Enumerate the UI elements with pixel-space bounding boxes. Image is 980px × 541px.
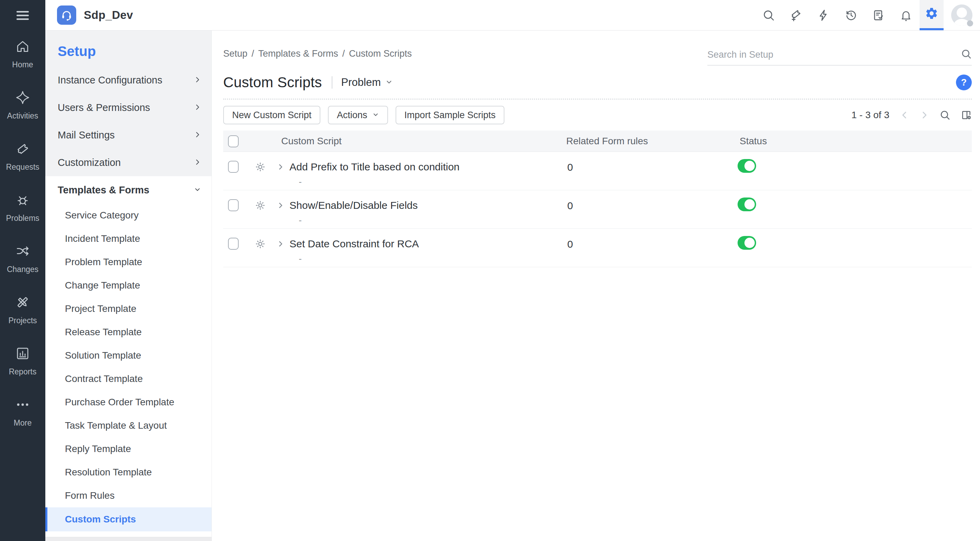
- rail-item-more[interactable]: More: [14, 397, 32, 428]
- sidebar-scrollbar-track[interactable]: [45, 537, 212, 541]
- title-divider: [332, 76, 332, 89]
- sidebar-item-project-template[interactable]: Project Template: [45, 297, 212, 320]
- next-page-icon[interactable]: [920, 110, 929, 120]
- sidebar-item-reply-template[interactable]: Reply Template: [45, 437, 212, 461]
- sidebar-item-form-rules[interactable]: Form Rules: [45, 484, 212, 508]
- settings-gear-icon: [925, 6, 939, 22]
- rail-item-label: Projects: [8, 316, 37, 325]
- row-expand-chevron-icon[interactable]: [277, 240, 284, 248]
- search-icon[interactable]: [961, 48, 972, 61]
- script-description: -: [299, 253, 302, 264]
- script-name[interactable]: Show/Enable/Disable Fields: [290, 200, 418, 211]
- row-expand-chevron-icon[interactable]: [277, 163, 284, 171]
- setup-tab-active[interactable]: [920, 0, 943, 30]
- templates-forms-children: Service Category Incident Template Probl…: [45, 204, 212, 531]
- activities-icon: [15, 90, 30, 107]
- sidebar-item-incident-template[interactable]: Incident Template: [45, 227, 212, 250]
- rail-item-label: Activities: [7, 111, 38, 121]
- row-expand-chevron-icon[interactable]: [277, 202, 284, 209]
- sidebar-item-solution-template[interactable]: Solution Template: [45, 344, 212, 367]
- button-label: Import Sample Scripts: [404, 110, 496, 121]
- row-checkbox[interactable]: [228, 161, 239, 173]
- notifications-icon[interactable]: [892, 9, 920, 22]
- hamburger-menu-icon[interactable]: [0, 0, 45, 30]
- breadcrumb-setup[interactable]: Setup: [223, 48, 248, 59]
- column-settings-icon[interactable]: [961, 110, 972, 121]
- chevron-down-icon: [194, 185, 201, 196]
- user-menu[interactable]: [943, 5, 980, 26]
- chevron-right-icon: [194, 102, 201, 113]
- rail-item-home[interactable]: Home: [12, 39, 33, 69]
- changes-icon: [15, 243, 30, 261]
- select-all-checkbox[interactable]: [228, 135, 239, 147]
- reports-icon: [15, 346, 30, 363]
- module-filter-dropdown[interactable]: Problem: [341, 76, 393, 89]
- sidebar-item-resolution-template[interactable]: Resolution Template: [45, 461, 212, 484]
- sidebar-item-task-template-layout[interactable]: Task Template & Layout: [45, 414, 212, 437]
- rail-item-problems[interactable]: Problems: [6, 193, 39, 223]
- rail-item-requests[interactable]: Requests: [6, 141, 39, 172]
- actions-button[interactable]: Actions: [328, 106, 388, 124]
- breadcrumb: Setup / Templates & Forms / Custom Scrip…: [223, 48, 412, 59]
- sidebar-item-label: Mail Settings: [58, 129, 115, 141]
- script-description: -: [299, 215, 302, 226]
- section-divider: [223, 99, 972, 100]
- sidebar-item-customization[interactable]: Customization: [45, 149, 212, 176]
- pagination-range: 1 - 3 of 3: [851, 110, 889, 121]
- row-gear-icon[interactable]: [255, 200, 266, 211]
- sidebar-item-templates-forms[interactable]: Templates & Forms: [45, 176, 212, 204]
- rail-item-projects[interactable]: Projects: [8, 295, 37, 325]
- row-gear-icon[interactable]: [255, 161, 266, 173]
- global-search-icon[interactable]: [755, 9, 782, 22]
- rail-item-changes[interactable]: Changes: [7, 243, 38, 274]
- column-header-custom-script: Custom Script: [281, 136, 342, 147]
- rail-item-reports[interactable]: Reports: [9, 346, 37, 377]
- history-icon[interactable]: [837, 9, 865, 22]
- breadcrumb-separator: /: [252, 48, 255, 59]
- sidebar-item-change-template[interactable]: Change Template: [45, 274, 212, 297]
- row-gear-icon[interactable]: [255, 238, 266, 250]
- rail-item-label: Changes: [7, 265, 38, 274]
- column-header-related-form-rules: Related Form rules: [566, 136, 648, 147]
- setup-search-input[interactable]: [707, 49, 961, 60]
- import-sample-scripts-button[interactable]: Import Sample Scripts: [396, 106, 505, 124]
- sidebar-item-service-category[interactable]: Service Category: [45, 204, 212, 227]
- script-name[interactable]: Set Date Constraint for RCA: [290, 238, 419, 250]
- add-request-icon[interactable]: [782, 9, 810, 22]
- sidebar-item-users-permissions[interactable]: Users & Permissions: [45, 94, 212, 121]
- sidebar-item-purchase-order-template[interactable]: Purchase Order Template: [45, 391, 212, 414]
- previous-page-icon[interactable]: [900, 110, 909, 120]
- table-row: Show/Enable/Disable Fields - 0: [223, 190, 972, 229]
- setup-search: [707, 48, 972, 65]
- status-toggle[interactable]: [738, 159, 756, 173]
- list-search-icon[interactable]: [939, 110, 950, 121]
- script-name[interactable]: Add Prefix to Title based on condition: [290, 161, 460, 173]
- sidebar-item-problem-template[interactable]: Problem Template: [45, 250, 212, 274]
- new-custom-script-button[interactable]: New Custom Script: [223, 106, 320, 124]
- requests-icon: [15, 141, 30, 158]
- status-toggle[interactable]: [738, 236, 756, 250]
- custom-scripts-table: Custom Script Related Form rules Status …: [223, 130, 972, 267]
- approvals-icon[interactable]: [865, 9, 892, 22]
- table-header: Custom Script Related Form rules Status: [223, 130, 972, 152]
- toggle-knob: [745, 161, 755, 171]
- sidebar-item-release-template[interactable]: Release Template: [45, 320, 212, 344]
- app-name: Sdp_Dev: [84, 9, 133, 22]
- sidebar-item-contract-template[interactable]: Contract Template: [45, 367, 212, 391]
- sidebar-item-custom-scripts-selected[interactable]: Custom Scripts: [45, 508, 212, 531]
- breadcrumb-custom-scripts[interactable]: Custom Scripts: [349, 48, 412, 59]
- table-row: Set Date Constraint for RCA - 0: [223, 229, 972, 267]
- rail-item-activities[interactable]: Activities: [7, 90, 38, 121]
- row-checkbox[interactable]: [228, 238, 239, 250]
- app-logo-headset-icon[interactable]: [57, 5, 76, 25]
- sidebar-item-label: Customization: [58, 157, 121, 168]
- status-toggle[interactable]: [738, 197, 756, 211]
- row-checkbox[interactable]: [228, 199, 239, 211]
- chevron-right-icon: [194, 129, 201, 141]
- quick-actions-icon[interactable]: [810, 9, 837, 22]
- rail-item-label: More: [14, 418, 32, 428]
- breadcrumb-templates-forms[interactable]: Templates & Forms: [258, 48, 338, 59]
- sidebar-item-mail-settings[interactable]: Mail Settings: [45, 121, 212, 149]
- sidebar-item-instance-configurations[interactable]: Instance Configurations: [45, 66, 212, 94]
- help-button[interactable]: ?: [956, 75, 972, 90]
